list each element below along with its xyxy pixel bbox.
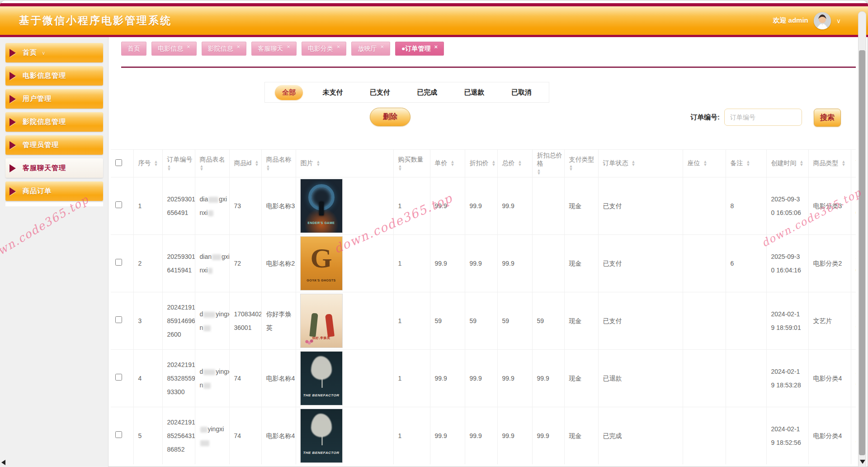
column-header[interactable]: 支付类型 (564, 150, 598, 177)
scroll-left-arrow-icon[interactable] (1, 460, 5, 465)
status-filter-item[interactable]: 已取消 (504, 85, 539, 100)
cell-partial: 20 (851, 235, 856, 292)
search-label: 订单编号: (678, 113, 720, 122)
cell-seq: 2 (133, 235, 162, 292)
tab-4[interactable]: 客服聊天 (251, 42, 297, 56)
chevron-down-icon[interactable]: ∨ (836, 17, 841, 24)
column-header[interactable]: 订单状态 (598, 150, 683, 177)
column-header[interactable]: 备注 (726, 150, 766, 177)
status-filter-item[interactable]: 已支付 (363, 85, 397, 100)
scroll-down-arrow-icon[interactable] (860, 460, 865, 464)
sort-arrows-icon[interactable] (842, 160, 846, 167)
cell-seq: 5 (133, 407, 162, 465)
column-header[interactable]: 商品类型 (808, 150, 851, 177)
sidebar-item-2[interactable]: 电影信息管理 (5, 66, 103, 86)
tab-label: 放映厅 (358, 45, 377, 53)
row-checkbox[interactable] (115, 374, 122, 381)
column-header[interactable]: 商品表名 (195, 150, 229, 177)
cell-category: 电影分类4 (808, 407, 851, 465)
sidebar-item-3[interactable]: 用户管理 (5, 89, 103, 109)
cell-poster: GGOYA'S GHOSTS (296, 235, 393, 292)
search-button[interactable]: 搜索 (814, 109, 841, 127)
close-icon[interactable] (183, 45, 190, 52)
tab-2[interactable]: 电影信息 (151, 42, 197, 56)
cell-qty: 1 (393, 235, 430, 292)
status-filter-item[interactable]: 已退款 (457, 85, 492, 100)
column-header[interactable]: 商品id (229, 150, 261, 177)
cell-status: 已完成 (598, 407, 683, 465)
close-icon[interactable] (430, 45, 438, 52)
cell-created: 2024-02-19 18:53:28 (766, 350, 808, 407)
column-header[interactable]: 下 (851, 150, 856, 177)
triangle-icon (9, 72, 16, 80)
cell-total: 99.9 (497, 407, 532, 465)
close-icon[interactable] (283, 45, 290, 52)
close-icon[interactable] (233, 45, 241, 52)
sort-arrows-icon[interactable] (746, 160, 750, 167)
column-header[interactable]: 订单编号 (162, 150, 195, 177)
row-checkbox[interactable] (115, 201, 122, 208)
column-header[interactable]: 座位 (683, 150, 726, 177)
status-filter-item[interactable]: 全部 (275, 85, 303, 100)
select-all-checkbox[interactable] (115, 159, 122, 166)
sort-arrows-icon[interactable] (703, 160, 708, 167)
column-header[interactable]: 折扣价 (465, 150, 497, 177)
sort-arrows-icon[interactable] (398, 165, 402, 171)
sort-arrows-icon[interactable] (451, 160, 455, 167)
sidebar-item-5[interactable]: 管理员管理 (5, 135, 103, 155)
sort-arrows-icon[interactable] (569, 165, 573, 171)
tab-6[interactable]: 放映厅 (351, 42, 390, 56)
cell-seat (683, 350, 726, 407)
row-checkbox[interactable] (115, 316, 122, 323)
sidebar-item-1[interactable]: 首页 (5, 43, 103, 62)
sort-arrows-icon[interactable] (154, 160, 158, 167)
tab-1[interactable]: 首页 (121, 42, 146, 56)
tabbar: 首页电影信息影院信息客服聊天电影分类放映厅●订单管理 (121, 42, 444, 56)
column-header[interactable]: 图片 (296, 150, 393, 177)
tab-7[interactable]: ●订单管理 (395, 42, 444, 56)
column-header[interactable]: 总价 (497, 150, 532, 177)
sidebar-item-4[interactable]: 影院信息管理 (5, 112, 103, 132)
sort-arrows-icon[interactable] (518, 160, 522, 167)
order-no-search-input[interactable] (724, 109, 802, 126)
sidebar-item-6[interactable]: 客服聊天管理 (5, 158, 103, 178)
movie-poster: THE BENEFACTOR (301, 352, 342, 405)
sort-arrows-icon[interactable] (200, 165, 204, 171)
column-header[interactable]: 商品名称 (261, 150, 296, 177)
row-checkbox[interactable] (115, 431, 122, 438)
avatar[interactable] (814, 12, 831, 29)
sort-arrows-icon[interactable] (167, 165, 171, 171)
tab-label: 影院信息 (208, 45, 233, 53)
sort-arrows-icon[interactable] (537, 169, 541, 175)
column-header[interactable]: 创建时间 (766, 150, 808, 177)
sort-arrows-icon[interactable] (632, 160, 636, 167)
status-filter-item[interactable]: 未支付 (315, 85, 350, 100)
row-checkbox[interactable] (115, 259, 122, 266)
scrollbar-thumb[interactable] (859, 50, 865, 455)
column-header[interactable]: 单价 (430, 150, 465, 177)
close-icon[interactable] (377, 45, 384, 52)
cell-discount-total (532, 177, 564, 235)
status-filter-item[interactable]: 已完成 (410, 85, 444, 100)
column-header[interactable]: 序号 (133, 150, 162, 177)
column-header[interactable]: 折扣总价格 (532, 150, 564, 177)
close-icon[interactable] (333, 45, 340, 52)
sidebar-separator (5, 202, 103, 206)
sort-arrows-icon[interactable] (255, 160, 259, 167)
cell-pay-type: 现金 (564, 177, 598, 235)
triangle-icon (9, 187, 16, 195)
sort-arrows-icon[interactable] (492, 160, 496, 167)
vertical-scrollbar[interactable] (858, 11, 866, 467)
delete-button[interactable]: 删除 (370, 108, 410, 126)
tab-3[interactable]: 影院信息 (202, 42, 247, 56)
sidebar-item-7[interactable]: 商品订单 (5, 181, 103, 201)
column-header[interactable]: 购买数量 (393, 150, 430, 177)
cell-discount-total: 99.9 (532, 350, 564, 407)
sort-arrows-icon[interactable] (266, 165, 270, 171)
cell-poster: THE BENEFACTOR (296, 407, 393, 465)
tab-5[interactable]: 电影分类 (302, 42, 347, 56)
sort-arrows-icon[interactable] (316, 160, 321, 167)
sort-arrows-icon[interactable] (800, 160, 804, 167)
search-group: 订单编号: 搜索 (678, 109, 850, 126)
tab-label: ●订单管理 (401, 45, 430, 53)
